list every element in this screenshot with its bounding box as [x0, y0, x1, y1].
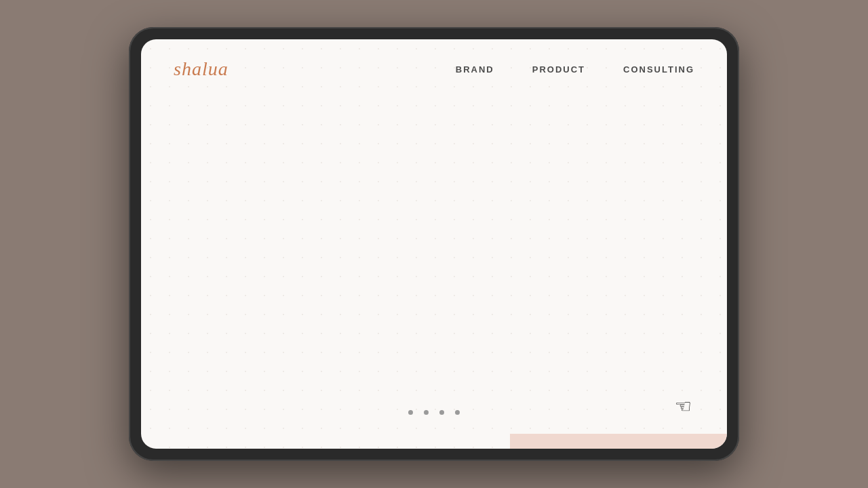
nav-product[interactable]: PRODUCT — [532, 64, 585, 75]
pagination-dots — [408, 410, 460, 415]
site-header: shalua BRAND PRODUCT CONSULTING — [141, 39, 727, 94]
tablet-screen: shalua BRAND PRODUCT CONSULTING ☞ — [141, 39, 727, 449]
dot-3[interactable] — [439, 410, 444, 415]
site-nav: BRAND PRODUCT CONSULTING — [456, 64, 694, 75]
cursor-hand-icon: ☞ — [675, 397, 692, 416]
dot-4[interactable] — [455, 410, 460, 415]
tablet-frame: shalua BRAND PRODUCT CONSULTING ☞ — [129, 27, 739, 461]
dot-1[interactable] — [408, 410, 413, 415]
dot-2[interactable] — [424, 410, 429, 415]
nav-brand[interactable]: BRAND — [456, 64, 494, 75]
main-content — [141, 94, 727, 442]
site-logo[interactable]: shalua — [174, 58, 229, 80]
nav-consulting[interactable]: CONSULTING — [623, 64, 694, 75]
